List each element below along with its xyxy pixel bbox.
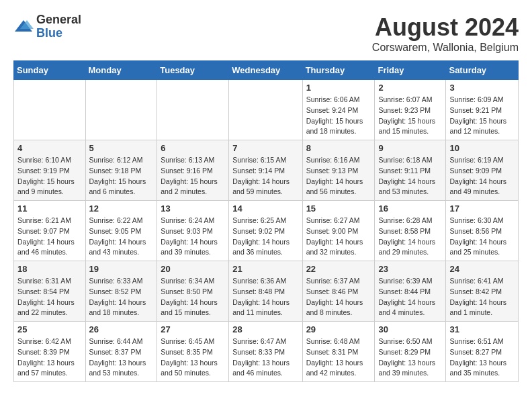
day-info: Sunrise: 6:51 AM Sunset: 8:27 PM Dayligh… — [449, 336, 515, 379]
logo: General Blue — [13, 13, 81, 40]
calendar-cell: 15Sunrise: 6:27 AM Sunset: 9:00 PM Dayli… — [302, 201, 375, 261]
header-wednesday: Wednesday — [229, 61, 302, 80]
day-info: Sunrise: 6:21 AM Sunset: 9:07 PM Dayligh… — [17, 216, 82, 258]
day-info: Sunrise: 6:19 AM Sunset: 9:09 PM Dayligh… — [449, 155, 515, 197]
day-info: Sunrise: 6:15 AM Sunset: 9:14 PM Dayligh… — [232, 155, 298, 197]
week-row-5: 25Sunrise: 6:42 AM Sunset: 8:39 PM Dayli… — [14, 322, 519, 382]
header-friday: Friday — [375, 61, 446, 80]
week-row-3: 11Sunrise: 6:21 AM Sunset: 9:07 PM Dayli… — [14, 201, 519, 261]
day-number: 24 — [449, 264, 515, 274]
day-number: 30 — [378, 324, 442, 334]
day-number: 16 — [378, 203, 442, 214]
day-info: Sunrise: 6:30 AM Sunset: 8:56 PM Dayligh… — [449, 216, 515, 258]
calendar-cell: 27Sunrise: 6:45 AM Sunset: 8:35 PM Dayli… — [157, 322, 229, 382]
day-number: 2 — [378, 83, 442, 93]
calendar-cell: 30Sunrise: 6:50 AM Sunset: 8:29 PM Dayli… — [375, 322, 446, 382]
day-number: 9 — [378, 143, 442, 153]
day-number: 12 — [89, 203, 154, 214]
day-number: 25 — [17, 324, 82, 334]
calendar-cell — [229, 80, 302, 140]
calendar-cell: 28Sunrise: 6:47 AM Sunset: 8:33 PM Dayli… — [229, 322, 302, 382]
calendar-cell: 31Sunrise: 6:51 AM Sunset: 8:27 PM Dayli… — [446, 322, 519, 382]
day-info: Sunrise: 6:24 AM Sunset: 9:03 PM Dayligh… — [161, 216, 225, 258]
calendar-body: 1Sunrise: 6:06 AM Sunset: 9:24 PM Daylig… — [14, 80, 519, 382]
day-info: Sunrise: 6:13 AM Sunset: 9:16 PM Dayligh… — [161, 155, 225, 197]
day-number: 6 — [161, 143, 225, 153]
month-title: August 2024 — [372, 13, 519, 42]
calendar-cell: 17Sunrise: 6:30 AM Sunset: 8:56 PM Dayli… — [446, 201, 519, 261]
calendar-cell: 25Sunrise: 6:42 AM Sunset: 8:39 PM Dayli… — [14, 322, 86, 382]
calendar-cell: 1Sunrise: 6:06 AM Sunset: 9:24 PM Daylig… — [302, 80, 375, 140]
day-info: Sunrise: 6:42 AM Sunset: 8:39 PM Dayligh… — [17, 336, 82, 379]
day-number: 26 — [89, 324, 154, 334]
logo-blue: Blue — [36, 27, 81, 40]
header-monday: Monday — [85, 61, 157, 80]
day-info: Sunrise: 6:27 AM Sunset: 9:00 PM Dayligh… — [306, 216, 371, 258]
calendar-cell: 6Sunrise: 6:13 AM Sunset: 9:16 PM Daylig… — [157, 140, 229, 201]
day-number: 29 — [306, 324, 371, 334]
day-info: Sunrise: 6:33 AM Sunset: 8:52 PM Dayligh… — [89, 276, 154, 318]
calendar-cell: 22Sunrise: 6:37 AM Sunset: 8:46 PM Dayli… — [302, 261, 375, 322]
day-info: Sunrise: 6:50 AM Sunset: 8:29 PM Dayligh… — [378, 336, 442, 379]
day-number: 5 — [89, 143, 154, 153]
day-info: Sunrise: 6:36 AM Sunset: 8:48 PM Dayligh… — [232, 276, 298, 318]
calendar-cell: 2Sunrise: 6:07 AM Sunset: 9:23 PM Daylig… — [375, 80, 446, 140]
day-number: 27 — [161, 324, 225, 334]
calendar-cell: 16Sunrise: 6:28 AM Sunset: 8:58 PM Dayli… — [375, 201, 446, 261]
day-number: 1 — [306, 83, 371, 93]
day-number: 7 — [232, 143, 298, 153]
day-info: Sunrise: 6:37 AM Sunset: 8:46 PM Dayligh… — [306, 276, 371, 318]
day-info: Sunrise: 6:28 AM Sunset: 8:58 PM Dayligh… — [378, 216, 442, 258]
calendar-cell: 18Sunrise: 6:31 AM Sunset: 8:54 PM Dayli… — [14, 261, 86, 322]
day-info: Sunrise: 6:45 AM Sunset: 8:35 PM Dayligh… — [161, 336, 225, 379]
calendar-cell: 3Sunrise: 6:09 AM Sunset: 9:21 PM Daylig… — [446, 80, 519, 140]
calendar-cell — [85, 80, 157, 140]
calendar-cell: 19Sunrise: 6:33 AM Sunset: 8:52 PM Dayli… — [85, 261, 157, 322]
logo-general: General — [36, 13, 81, 27]
day-info: Sunrise: 6:31 AM Sunset: 8:54 PM Dayligh… — [17, 276, 82, 318]
calendar-cell: 20Sunrise: 6:34 AM Sunset: 8:50 PM Dayli… — [157, 261, 229, 322]
day-number: 20 — [161, 264, 225, 274]
day-number: 3 — [449, 83, 515, 93]
day-number: 11 — [17, 203, 82, 214]
calendar-cell: 5Sunrise: 6:12 AM Sunset: 9:18 PM Daylig… — [85, 140, 157, 201]
week-row-1: 1Sunrise: 6:06 AM Sunset: 9:24 PM Daylig… — [14, 80, 519, 140]
day-number: 18 — [17, 264, 82, 274]
calendar-cell: 21Sunrise: 6:36 AM Sunset: 8:48 PM Dayli… — [229, 261, 302, 322]
day-info: Sunrise: 6:22 AM Sunset: 9:05 PM Dayligh… — [89, 216, 154, 258]
day-number: 17 — [449, 203, 515, 214]
calendar-cell: 4Sunrise: 6:10 AM Sunset: 9:19 PM Daylig… — [14, 140, 86, 201]
header-saturday: Saturday — [446, 61, 519, 80]
day-info: Sunrise: 6:18 AM Sunset: 9:11 PM Dayligh… — [378, 155, 442, 197]
day-info: Sunrise: 6:44 AM Sunset: 8:37 PM Dayligh… — [89, 336, 154, 379]
calendar-cell: 29Sunrise: 6:48 AM Sunset: 8:31 PM Dayli… — [302, 322, 375, 382]
day-info: Sunrise: 6:09 AM Sunset: 9:21 PM Dayligh… — [449, 95, 515, 137]
page-header: General Blue August 2024 Corswarem, Wall… — [13, 13, 519, 54]
calendar-cell: 14Sunrise: 6:25 AM Sunset: 9:02 PM Dayli… — [229, 201, 302, 261]
header-thursday: Thursday — [302, 61, 375, 80]
day-info: Sunrise: 6:10 AM Sunset: 9:19 PM Dayligh… — [17, 155, 82, 197]
calendar-cell: 10Sunrise: 6:19 AM Sunset: 9:09 PM Dayli… — [446, 140, 519, 201]
day-info: Sunrise: 6:06 AM Sunset: 9:24 PM Dayligh… — [306, 95, 371, 137]
header-row: SundayMondayTuesdayWednesdayThursdayFrid… — [14, 61, 519, 80]
week-row-2: 4Sunrise: 6:10 AM Sunset: 9:19 PM Daylig… — [14, 140, 519, 201]
calendar-table: SundayMondayTuesdayWednesdayThursdayFrid… — [13, 60, 519, 382]
day-number: 4 — [17, 143, 82, 153]
header-sunday: Sunday — [14, 61, 86, 80]
calendar-header: SundayMondayTuesdayWednesdayThursdayFrid… — [14, 61, 519, 80]
day-info: Sunrise: 6:48 AM Sunset: 8:31 PM Dayligh… — [306, 336, 371, 379]
day-number: 23 — [378, 264, 442, 274]
logo-text: General Blue — [36, 13, 81, 40]
logo-icon — [13, 17, 34, 37]
calendar-cell: 9Sunrise: 6:18 AM Sunset: 9:11 PM Daylig… — [375, 140, 446, 201]
calendar-cell: 26Sunrise: 6:44 AM Sunset: 8:37 PM Dayli… — [85, 322, 157, 382]
title-section: August 2024 Corswarem, Wallonia, Belgium — [372, 13, 519, 54]
day-info: Sunrise: 6:41 AM Sunset: 8:42 PM Dayligh… — [449, 276, 515, 318]
calendar-cell: 11Sunrise: 6:21 AM Sunset: 9:07 PM Dayli… — [14, 201, 86, 261]
calendar-cell — [14, 80, 86, 140]
header-tuesday: Tuesday — [157, 61, 229, 80]
calendar-cell: 13Sunrise: 6:24 AM Sunset: 9:03 PM Dayli… — [157, 201, 229, 261]
day-number: 21 — [232, 264, 298, 274]
calendar-cell — [157, 80, 229, 140]
day-number: 8 — [306, 143, 371, 153]
